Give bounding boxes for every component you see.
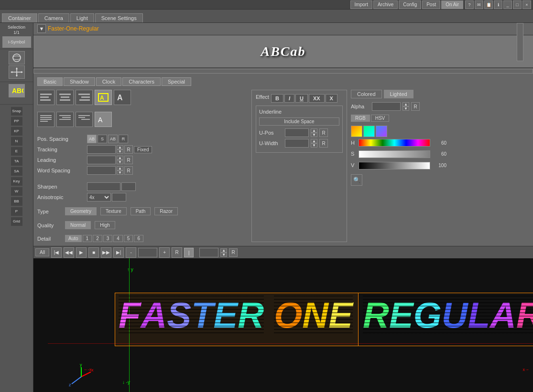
post-button[interactable]: Post — [422, 0, 440, 9]
tab-scene-settings[interactable]: Scene Settings — [95, 13, 143, 22]
grid-tool[interactable]: Grid — [11, 217, 23, 226]
sat-slider[interactable] — [359, 150, 430, 158]
tab-container[interactable]: Container — [2, 13, 37, 22]
texture-btn[interactable]: Texture — [100, 207, 127, 215]
eyedropper-button[interactable]: 🔍 — [351, 174, 362, 186]
text-big-btn[interactable]: A — [114, 90, 131, 105]
tab-camera[interactable]: Camera — [38, 13, 69, 22]
leading-up[interactable]: ▲ — [117, 156, 123, 160]
x-btn[interactable]: X — [326, 94, 337, 103]
timeline-max-reset[interactable]: R — [229, 248, 238, 257]
import-button[interactable]: Import — [350, 0, 372, 9]
timeline-all-btn[interactable]: All — [35, 248, 49, 256]
object-icon[interactable] — [9, 51, 25, 64]
bb-tool[interactable]: BB — [11, 197, 23, 206]
word-spacing-down[interactable]: ▼ — [117, 170, 123, 175]
timeline-max-down[interactable]: ▼ — [220, 253, 227, 257]
rgb-tab[interactable]: RGB — [351, 115, 370, 122]
include-space-btn[interactable]: Include Space — [259, 117, 339, 126]
strikethrough-btn[interactable]: XX — [309, 94, 325, 103]
timeline-stop-btn[interactable]: ■ — [88, 247, 99, 258]
detail-1-btn[interactable]: 1 — [83, 235, 92, 242]
text-icon[interactable]: ABC — [9, 84, 25, 97]
timeline-next-btn[interactable]: ▶▶ — [101, 247, 111, 258]
timeline-max-input[interactable]: 50 — [199, 248, 218, 257]
tab-basic[interactable]: Basic — [37, 77, 63, 86]
path-btn[interactable]: Path — [131, 207, 151, 215]
align-left-btn[interactable] — [37, 90, 54, 105]
e-tool[interactable]: E — [11, 147, 23, 156]
word-spacing-input[interactable]: 0.0 — [87, 166, 116, 175]
timeline-prev-btn[interactable]: ◀◀ — [64, 247, 74, 258]
timeline-plus-btn[interactable]: + — [159, 247, 170, 258]
upos-input[interactable]: 0.0 — [285, 128, 309, 137]
tracking-reset[interactable]: R — [124, 145, 133, 154]
ps-ab2-icon[interactable]: AB — [108, 135, 118, 143]
paragraph-btn[interactable] — [37, 112, 54, 127]
timeline-minus-btn[interactable]: - — [126, 247, 136, 258]
pp-tool[interactable]: PP — [11, 117, 23, 126]
timeline-marker-btn[interactable]: | — [184, 248, 194, 257]
hue-slider[interactable] — [359, 139, 430, 147]
alpha-reset[interactable]: R — [411, 102, 420, 111]
archive-button[interactable]: Archive — [373, 0, 398, 9]
razor-btn[interactable]: Razor — [154, 207, 178, 215]
leading-reset[interactable]: R — [124, 156, 133, 164]
detail-5-btn[interactable]: 5 — [124, 235, 133, 242]
underline-eff-btn[interactable]: U — [295, 94, 308, 103]
move-icon[interactable] — [9, 65, 25, 79]
text-style-btn[interactable]: A — [95, 112, 112, 127]
leading-down[interactable]: ▼ — [117, 160, 123, 164]
on-air-button[interactable]: On Air — [441, 0, 463, 9]
upos-down[interactable]: ▼ — [311, 133, 317, 137]
lighted-btn[interactable]: Lighted — [384, 90, 413, 98]
align-right-btn[interactable] — [76, 90, 93, 105]
timeline-frame-input[interactable]: 0 — [138, 248, 157, 257]
uwidth-down[interactable]: ▼ — [311, 143, 317, 148]
anisotropic-select[interactable]: 4x — [87, 193, 111, 201]
upos-up[interactable]: ▲ — [311, 128, 317, 133]
detail-2-btn[interactable]: 2 — [93, 235, 102, 242]
ta-tool[interactable]: TA — [11, 157, 23, 166]
timeline-r-btn[interactable]: R — [172, 247, 182, 258]
timeline-end-btn[interactable]: ▶| — [113, 247, 124, 258]
color-swatch-3[interactable] — [376, 126, 387, 137]
uwidth-reset[interactable]: R — [319, 139, 328, 148]
ps-s-icon[interactable]: S — [98, 135, 107, 143]
n-tool[interactable]: N — [11, 137, 23, 146]
detail-3-btn[interactable]: 3 — [103, 235, 113, 242]
detail-auto-btn[interactable]: Auto — [65, 235, 82, 242]
mail-icon[interactable]: ✉ — [475, 0, 483, 9]
uwidth-input[interactable]: 1.0 — [285, 139, 309, 148]
kp-tool[interactable]: KP — [11, 127, 23, 136]
upos-reset[interactable]: R — [319, 128, 328, 137]
minimize-icon[interactable]: _ — [503, 0, 512, 9]
val-slider[interactable] — [359, 162, 430, 170]
alpha-input[interactable]: 100.0 % — [372, 102, 401, 111]
indent-btn[interactable] — [56, 112, 74, 127]
word-spacing-reset[interactable]: R — [124, 166, 133, 175]
horizontal-scroll[interactable] — [33, 68, 533, 74]
colored-btn[interactable]: Colored — [351, 90, 382, 98]
alpha-up[interactable]: ▲ — [402, 102, 409, 106]
tab-special[interactable]: Special — [162, 77, 191, 86]
timeline-play-btn[interactable]: ▶ — [76, 247, 87, 258]
leading-input[interactable]: 0.0 — [87, 156, 116, 164]
info-icon[interactable]: ℹ — [494, 0, 502, 9]
tab-light[interactable]: Light — [70, 13, 94, 22]
ps-r-icon[interactable]: R — [119, 135, 128, 143]
normal-btn[interactable]: Normal — [65, 221, 91, 229]
timeline-start-btn[interactable]: |◀ — [51, 247, 62, 258]
font-menu-icon[interactable]: ▼ — [37, 24, 46, 33]
align-center-btn[interactable] — [56, 90, 74, 105]
tab-clock[interactable]: Clock — [96, 77, 122, 86]
ps-ab-icon[interactable]: AB — [87, 135, 97, 143]
outdent-btn[interactable] — [76, 112, 93, 127]
high-btn[interactable]: High — [95, 221, 115, 229]
hsv-tab[interactable]: HSV — [371, 115, 390, 122]
close-icon[interactable]: × — [522, 0, 531, 9]
help-icon[interactable]: ? — [465, 0, 474, 9]
tracking-input[interactable]: 0.0 — [87, 145, 116, 154]
config-button[interactable]: Config — [399, 0, 421, 9]
geometry-btn[interactable]: Geometry — [65, 207, 97, 215]
